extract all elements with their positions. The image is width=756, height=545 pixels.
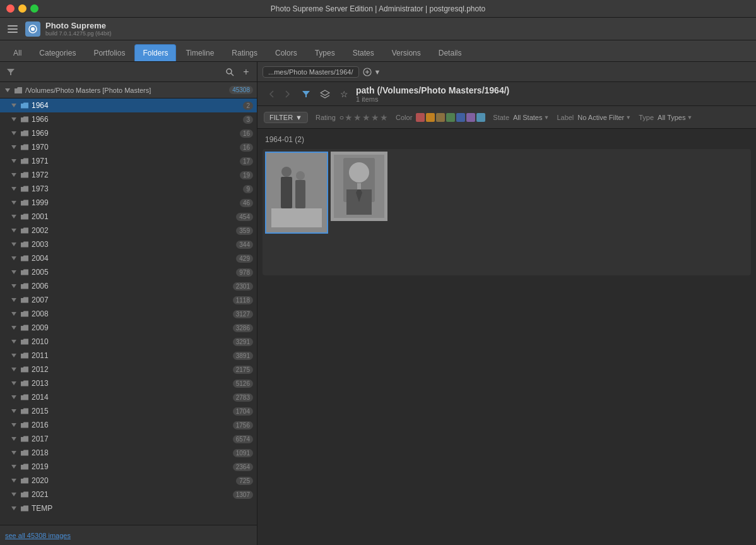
folder-row-2006[interactable]: 2006 2301 bbox=[0, 279, 257, 293]
svg-marker-10 bbox=[11, 159, 16, 163]
folder-row-2003[interactable]: 2003 344 bbox=[0, 237, 257, 251]
layers-icon[interactable] bbox=[318, 87, 332, 101]
folder-row-2014[interactable]: 2014 2783 bbox=[0, 390, 257, 404]
star-rating[interactable]: ○ ★ ★ ★ ★ ★ bbox=[340, 112, 388, 123]
tab-states[interactable]: States bbox=[345, 44, 382, 61]
folder-row-2002[interactable]: 2002 359 bbox=[0, 224, 257, 237]
svg-point-43 bbox=[281, 167, 292, 177]
folder-name: 2014 bbox=[32, 393, 230, 402]
type-filter: Type All Types ▼ bbox=[639, 114, 692, 121]
state-dropdown[interactable]: All States ▼ bbox=[513, 114, 549, 121]
see-all-images-link[interactable]: see all 45308 images bbox=[5, 532, 71, 539]
add-folder-icon[interactable]: + bbox=[239, 65, 253, 79]
folder-count: 16 bbox=[240, 129, 253, 138]
svg-marker-19 bbox=[11, 284, 16, 288]
tab-colors[interactable]: Colors bbox=[267, 44, 305, 61]
folder-row-2013[interactable]: 2013 5126 bbox=[0, 376, 257, 390]
folder-row-1999[interactable]: 1999 46 bbox=[0, 196, 257, 210]
svg-marker-31 bbox=[11, 451, 16, 455]
chevron-down-icon[interactable]: ▼ bbox=[374, 68, 381, 76]
filter-icon[interactable] bbox=[4, 65, 18, 79]
folder-row-2021[interactable]: 2021 1307 bbox=[0, 488, 257, 501]
svg-marker-39 bbox=[302, 91, 310, 97]
folder-row-1964[interactable]: 1964 2 bbox=[0, 99, 257, 112]
folder-row-2004[interactable]: 2004 429 bbox=[0, 251, 257, 265]
close-button[interactable] bbox=[6, 4, 15, 13]
label-dropdown[interactable]: No Active Filter ▼ bbox=[577, 114, 631, 121]
folder-row-TEMP[interactable]: TEMP bbox=[0, 501, 257, 515]
folder-row-2017[interactable]: 2017 6574 bbox=[0, 432, 257, 446]
folder-row-2011[interactable]: 2011 3891 bbox=[0, 349, 257, 362]
folder-arrow-icon bbox=[10, 477, 18, 484]
minimize-button[interactable] bbox=[18, 4, 27, 13]
folder-arrow-icon bbox=[10, 158, 18, 164]
folder-row-2007[interactable]: 2007 1118 bbox=[0, 293, 257, 307]
folder-name: 1971 bbox=[32, 157, 237, 165]
photo-thumb-1[interactable] bbox=[265, 152, 328, 273]
svg-marker-13 bbox=[11, 201, 16, 205]
folder-icon bbox=[20, 268, 29, 276]
color-swatch-0[interactable] bbox=[416, 113, 425, 122]
photo-thumb-2[interactable] bbox=[331, 152, 387, 273]
folder-icon bbox=[20, 171, 29, 179]
color-swatches[interactable] bbox=[416, 113, 485, 122]
tab-versions[interactable]: Versions bbox=[384, 44, 429, 61]
search-icon[interactable] bbox=[223, 65, 237, 79]
folder-row-1966[interactable]: 1966 3 bbox=[0, 112, 257, 126]
folder-row-2012[interactable]: 2012 2175 bbox=[0, 362, 257, 376]
tab-all[interactable]: All bbox=[5, 44, 30, 61]
color-swatch-2[interactable] bbox=[436, 113, 445, 122]
folder-arrow-icon bbox=[10, 255, 18, 261]
add-path-icon[interactable] bbox=[363, 68, 372, 76]
color-swatch-6[interactable] bbox=[476, 113, 485, 122]
tab-ratings[interactable]: Ratings bbox=[223, 44, 266, 61]
photo-group-label: 1964-01 (2) bbox=[263, 134, 751, 145]
filter-dropdown[interactable]: FILTER ▼ bbox=[264, 112, 308, 123]
maximize-button[interactable] bbox=[30, 4, 38, 13]
star-bookmark-icon[interactable]: ☆ bbox=[337, 87, 351, 101]
color-swatch-4[interactable] bbox=[456, 113, 465, 122]
folder-row-1971[interactable]: 1971 17 bbox=[0, 154, 257, 168]
folder-arrow-icon bbox=[10, 464, 18, 470]
folder-count: 429 bbox=[236, 255, 253, 263]
folder-row-2019[interactable]: 2019 2364 bbox=[0, 460, 257, 474]
folder-row-2005[interactable]: 2005 978 bbox=[0, 265, 257, 279]
color-swatch-3[interactable] bbox=[446, 113, 455, 122]
folder-icon bbox=[20, 449, 29, 457]
folder-list[interactable]: 1964 2 1966 3 1969 16 1970 16 bbox=[0, 99, 257, 525]
folder-arrow-icon bbox=[10, 186, 18, 192]
folder-row-1969[interactable]: 1969 16 bbox=[0, 126, 257, 140]
folder-row-2016[interactable]: 2016 1756 bbox=[0, 418, 257, 432]
tab-types[interactable]: Types bbox=[307, 44, 343, 61]
svg-marker-20 bbox=[11, 298, 16, 302]
hamburger-menu-button[interactable] bbox=[5, 21, 20, 37]
type-dropdown[interactable]: All Types ▼ bbox=[658, 114, 692, 121]
color-swatch-1[interactable] bbox=[426, 113, 435, 122]
tab-timeline[interactable]: Timeline bbox=[177, 44, 222, 61]
color-swatch-5[interactable] bbox=[466, 113, 475, 122]
forward-button[interactable] bbox=[280, 87, 294, 101]
folder-row-2008[interactable]: 2008 3127 bbox=[0, 307, 257, 321]
tab-categories[interactable]: Categories bbox=[31, 44, 84, 61]
folder-row-1973[interactable]: 1973 9 bbox=[0, 182, 257, 196]
folder-icon bbox=[20, 491, 29, 498]
tab-details[interactable]: Details bbox=[430, 44, 470, 61]
active-filter-icon[interactable] bbox=[299, 87, 313, 101]
folder-row-2009[interactable]: 2009 3286 bbox=[0, 321, 257, 335]
svg-marker-17 bbox=[11, 256, 16, 260]
tab-portfolios[interactable]: Portfolios bbox=[85, 44, 133, 61]
folder-count: 1118 bbox=[233, 296, 253, 304]
root-folder-row: /Volumes/Photo Masters [Photo Masters] 4… bbox=[0, 82, 257, 99]
folder-row-2015[interactable]: 2015 1704 bbox=[0, 404, 257, 418]
folder-row-1970[interactable]: 1970 16 bbox=[0, 140, 257, 154]
folder-row-2020[interactable]: 2020 725 bbox=[0, 474, 257, 488]
folder-row-2018[interactable]: 2018 1091 bbox=[0, 446, 257, 460]
back-button[interactable] bbox=[265, 87, 279, 101]
folder-row-2010[interactable]: 2010 3291 bbox=[0, 335, 257, 349]
folder-name: 2008 bbox=[32, 309, 230, 318]
folder-row-2001[interactable]: 2001 454 bbox=[0, 210, 257, 224]
folder-count: 978 bbox=[236, 268, 253, 277]
tab-folders[interactable]: Folders bbox=[134, 44, 176, 61]
folder-row-1972[interactable]: 1972 19 bbox=[0, 168, 257, 182]
folder-arrow-icon bbox=[10, 241, 18, 248]
